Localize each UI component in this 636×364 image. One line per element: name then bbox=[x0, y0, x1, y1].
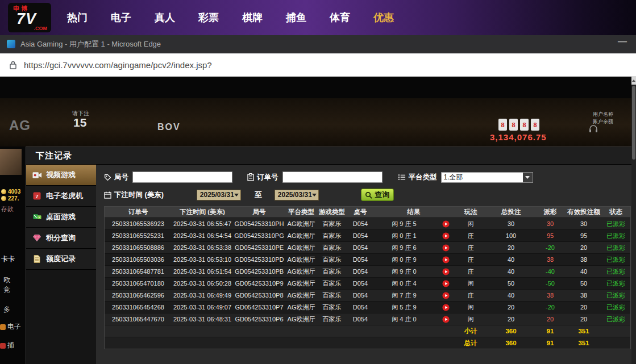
result-text: 闲 9 庄 6 bbox=[374, 242, 454, 253]
cell-result: 闲 9 庄 5 bbox=[374, 218, 454, 229]
bet-records-table: 订单号下注时间 (美东)局号平台类型游戏类型桌号结果玩法总投注派彩有效投注额状态… bbox=[104, 206, 631, 349]
cell-game: 百家乐 bbox=[317, 254, 347, 265]
replay-button[interactable] bbox=[442, 280, 450, 287]
result-text: 闲 5 庄 9 bbox=[374, 302, 454, 313]
column-header: 结果 bbox=[374, 207, 454, 217]
nav-item-fishing[interactable]: 捕鱼 bbox=[286, 11, 306, 24]
replay-button[interactable] bbox=[442, 304, 450, 311]
window-title: Asia Gaming - 用户配置 1 - Microsoft Edge bbox=[20, 39, 161, 49]
replay-button[interactable] bbox=[442, 292, 450, 299]
table-row: 2503310655030362025-03-31 06:53:10GD0542… bbox=[105, 253, 630, 265]
table-row: 2503310654877812025-03-31 06:51:54GD0542… bbox=[105, 265, 630, 277]
nav-item-lottery[interactable]: 彩票 bbox=[198, 11, 219, 24]
grand-total-payout: 91 bbox=[534, 337, 566, 349]
table-row: 2503310655252312025-03-31 06:54:54GD0542… bbox=[105, 229, 630, 241]
to-label: 至 bbox=[255, 190, 262, 200]
cell-payout: -50 bbox=[534, 278, 566, 289]
grand-total-bet: 360 bbox=[488, 337, 534, 349]
cell-payout: 38 bbox=[534, 290, 566, 301]
scrollbar-up-button[interactable] bbox=[631, 77, 636, 85]
sidebar-tab-slot-machines[interactable]: 7 电子老虎机 bbox=[26, 186, 96, 207]
cell-order: 250331065487781 bbox=[105, 266, 172, 277]
cell-round: GD054253310PE bbox=[233, 242, 285, 253]
ag-logo-fragment: AG bbox=[9, 118, 31, 133]
cell-payout: -20 bbox=[534, 242, 566, 253]
nav-item-hot[interactable]: 热门 bbox=[67, 11, 88, 24]
cell-result: 闲 7 庄 9 bbox=[374, 290, 454, 301]
cell-valid: 20 bbox=[566, 313, 601, 325]
search-button[interactable]: 查询 bbox=[361, 189, 394, 201]
replay-button[interactable] bbox=[442, 244, 450, 252]
page-viewport: AG 请下注 15 BOV 8 8 8 8 3,134,076.75 用户名称 … bbox=[0, 77, 636, 364]
sidebar-tab-video-games[interactable]: 视频游戏 bbox=[26, 165, 96, 186]
replay-button[interactable] bbox=[442, 220, 450, 228]
date-to-picker[interactable]: 2025/03/31 bbox=[275, 190, 319, 200]
nav-item-live[interactable]: 真人 bbox=[155, 11, 175, 24]
result-text: 闲 7 庄 9 bbox=[374, 290, 454, 301]
replay-button[interactable] bbox=[442, 316, 450, 323]
cell-play: 闲 bbox=[454, 278, 488, 289]
nav-item-promo[interactable]: 优惠 bbox=[373, 11, 394, 24]
cell-valid: 30 bbox=[566, 218, 601, 229]
cell-valid: 95 bbox=[566, 230, 601, 241]
nav-item-board[interactable]: 棋牌 bbox=[242, 11, 263, 24]
replay-button[interactable] bbox=[442, 268, 450, 275]
cell-bet: 20 bbox=[488, 302, 534, 313]
cell-order: 250331065454268 bbox=[105, 302, 172, 313]
scrollbar-thumb[interactable] bbox=[632, 86, 635, 160]
screen: 申博 7V .COM 热门 电子 真人 彩票 棋牌 捕鱼 体育 优惠 Asia … bbox=[0, 0, 636, 364]
date-to-value: 2025/03/31 bbox=[278, 191, 312, 199]
cell-payout: 38 bbox=[534, 254, 566, 265]
table-body: 2503310655369232025-03-31 06:55:47GD0542… bbox=[105, 217, 630, 325]
cell-valid: 40 bbox=[566, 266, 601, 277]
clipboard-icon bbox=[247, 173, 254, 181]
countdown-fragment: 15 bbox=[73, 116, 86, 129]
magnifier-icon bbox=[365, 191, 372, 199]
site-logo[interactable]: 申博 7V .COM bbox=[8, 3, 51, 32]
cell-order: 250331065447670 bbox=[105, 313, 172, 325]
subtotal-payout: 91 bbox=[534, 325, 566, 337]
cell-result: 闲 0 庄 1 bbox=[374, 230, 454, 241]
minimize-button[interactable]: — bbox=[618, 36, 627, 47]
document-icon bbox=[32, 255, 42, 263]
replay-button[interactable] bbox=[442, 256, 450, 263]
nav-item-slots[interactable]: 电子 bbox=[111, 11, 131, 24]
result-text: 闲 9 庄 5 bbox=[374, 218, 454, 229]
cell-bet: 30 bbox=[488, 218, 534, 229]
left-fragment-kaka: 卡卡 bbox=[1, 254, 15, 264]
round-number-label: 局号 bbox=[104, 173, 128, 182]
cell-time: 2025-03-31 06:55:47 bbox=[172, 218, 233, 229]
url-text[interactable]: https://gci.7vvvvvv.com/agingame/pcv2/in… bbox=[24, 60, 212, 70]
cell-status: 已派彩 bbox=[601, 302, 630, 313]
cell-table: D054 bbox=[347, 254, 374, 265]
sidebar-tab-points-query[interactable]: 积分查询 bbox=[26, 228, 96, 249]
card: 8 bbox=[498, 119, 507, 131]
cell-valid: 38 bbox=[566, 254, 601, 265]
cell-status: 已派彩 bbox=[601, 242, 630, 253]
coin-icon bbox=[1, 196, 6, 201]
replay-button[interactable] bbox=[442, 232, 450, 240]
svg-text:7: 7 bbox=[35, 194, 38, 199]
calendar-icon bbox=[104, 191, 111, 199]
window-titlebar: Asia Gaming - 用户配置 1 - Microsoft Edge — bbox=[0, 35, 636, 53]
round-number-input[interactable] bbox=[132, 171, 232, 183]
date-from-picker[interactable]: 2025/03/31 bbox=[197, 190, 241, 200]
cell-payout: 30 bbox=[534, 218, 566, 229]
modal-sidebar: 视频游戏 7 电子老虎机 桌面游戏 bbox=[26, 165, 96, 364]
nav-item-sports[interactable]: 体育 bbox=[330, 11, 350, 24]
sidebar-tab-table-games[interactable]: 桌面游戏 bbox=[26, 207, 96, 228]
platform-type-select[interactable]: 1.全部 bbox=[441, 172, 533, 183]
grand-total-valid: 351 bbox=[566, 337, 601, 349]
cell-order: 250331065508886 bbox=[105, 242, 172, 253]
chevron-down-icon bbox=[523, 173, 533, 182]
cell-time: 2025-03-31 06:49:49 bbox=[172, 290, 233, 301]
cell-game: 百家乐 bbox=[317, 242, 347, 253]
sidebar-tab-credit-records[interactable]: 额度记录 bbox=[26, 249, 96, 270]
table-row: 2503310654542682025-03-31 06:49:07GD0542… bbox=[105, 301, 630, 313]
order-number-input[interactable] bbox=[282, 171, 383, 183]
balance-fragment-2: 227. bbox=[1, 195, 19, 202]
game-category-icon bbox=[0, 324, 6, 330]
cell-order: 250331065503036 bbox=[105, 254, 172, 265]
tab-label: 电子老虎机 bbox=[46, 191, 83, 201]
cell-time: 2025-03-31 06:48:31 bbox=[172, 313, 233, 325]
